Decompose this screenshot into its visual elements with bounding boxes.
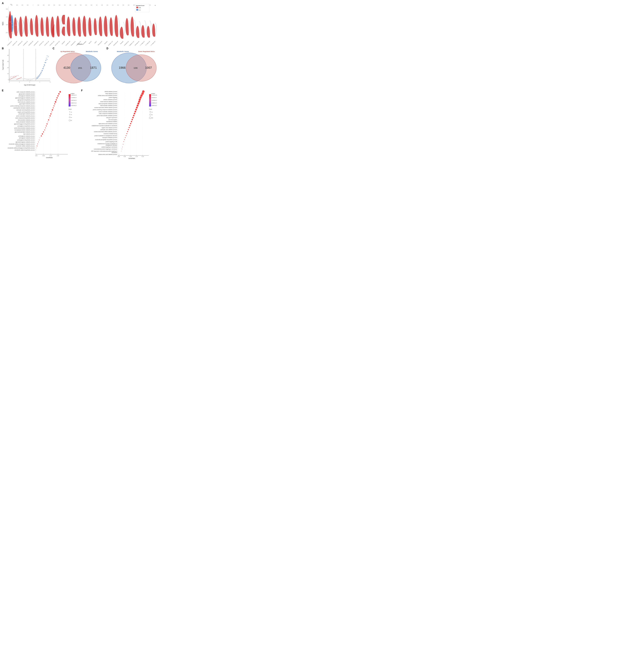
svg-text:Metabolic Genes: Metabolic Genes xyxy=(117,50,129,52)
main-container: A NES celltype 0.4 0.2 0.0 -0.2 xyxy=(0,0,161,163)
panel-c: C Up Regulated DEGs Metabolic Genes 4130… xyxy=(52,47,106,87)
svg-point-383 xyxy=(149,114,151,116)
svg-text:10: 10 xyxy=(7,73,9,74)
svg-text:50: 50 xyxy=(151,112,153,113)
svg-point-367 xyxy=(122,149,122,149)
svg-text:0.08: 0.08 xyxy=(124,156,126,157)
svg-point-168 xyxy=(38,76,39,77)
svg-point-165 xyxy=(46,60,46,60)
svg-text:SRP-dependent cotranslational : SRP-dependent cotranslational protein ta… xyxy=(91,151,117,152)
vp6: **** xyxy=(35,5,40,37)
svg-text:1.824946e-68: 1.824946e-68 xyxy=(151,95,157,95)
svg-point-336 xyxy=(132,117,134,118)
svg-text:2: 2 xyxy=(50,81,50,82)
svg-text:establishment of protein local: establishment of protein localization to xyxy=(98,143,117,145)
svg-text:****: **** xyxy=(117,5,119,6)
svg-point-116 xyxy=(10,79,10,79)
svg-text:Count: Count xyxy=(68,109,71,110)
svg-point-287 xyxy=(69,117,70,118)
svg-point-173 xyxy=(44,65,45,66)
svg-text:0: 0 xyxy=(29,81,30,82)
vp4: **** xyxy=(24,5,29,37)
svg-point-220 xyxy=(57,95,58,96)
svg-text:nonsense-mediated decay: nonsense-mediated decay xyxy=(104,133,117,135)
svg-text:0.10: 0.10 xyxy=(130,156,132,157)
svg-text:0.4: 0.4 xyxy=(6,8,8,10)
svg-point-123 xyxy=(15,77,16,77)
svg-point-224 xyxy=(56,99,57,100)
svg-text:****: **** xyxy=(75,5,76,6)
svg-text:0.08: 0.08 xyxy=(42,155,45,156)
vp20: **** xyxy=(110,5,114,36)
svg-text:4130: 4130 xyxy=(63,66,70,69)
svg-point-175 xyxy=(47,59,47,60)
panel-b-label: B xyxy=(2,47,4,50)
svg-point-240 xyxy=(49,115,50,116)
svg-text:Activated CD4 T cell: Activated CD4 T cell xyxy=(11,41,17,45)
svg-text:nucleoside phosphate biosynthe: nucleoside phosphate biosynthetic proces… xyxy=(95,139,117,140)
svg-point-151 xyxy=(46,58,47,58)
svg-text:-0.2: -0.2 xyxy=(6,32,8,33)
svg-text:glycoprotein biosynthetic proc: glycoprotein biosynthetic process xyxy=(18,99,35,100)
svg-point-316 xyxy=(139,96,142,98)
vp10: **** xyxy=(56,5,61,37)
svg-point-258 xyxy=(42,133,43,135)
svg-text:endoplasmic reticulum: endoplasmic reticulum xyxy=(106,145,117,146)
svg-point-252 xyxy=(45,128,46,128)
svg-point-216 xyxy=(59,91,61,92)
svg-point-242 xyxy=(49,118,50,118)
svg-text:alpha-amino acid metabolic pro: alpha-amino acid metabolic process xyxy=(99,123,117,124)
svg-text:****: **** xyxy=(59,5,60,6)
svg-text:aminoglycan biosynthetic proce: aminoglycan biosynthetic process xyxy=(17,125,35,127)
svg-text:****: **** xyxy=(91,5,93,6)
vp8: **** xyxy=(46,5,50,37)
svg-point-358 xyxy=(124,139,125,140)
svg-text:p.adjust: p.adjust xyxy=(71,93,74,94)
svg-text:translational initiation: translational initiation xyxy=(106,121,117,122)
svg-point-177 xyxy=(38,77,38,78)
svg-text:5.96168e-28: 5.96168e-28 xyxy=(151,97,157,98)
svg-point-226 xyxy=(55,101,56,103)
svg-point-125 xyxy=(16,79,17,79)
svg-text:20: 20 xyxy=(7,67,9,68)
svg-point-182 xyxy=(44,66,45,66)
panel-e-label: E xyxy=(2,89,4,92)
vp16: **** xyxy=(88,5,93,36)
svg-text:****: **** xyxy=(149,5,151,6)
dotplot-f-svg: 0.06 0.08 0.10 0.14 0.16 GeneRatio xyxy=(81,89,160,161)
svg-text:establishment of protein local: establishment of protein localization to… xyxy=(92,125,117,127)
svg-text:-log10 (adj.P.Val): -log10 (adj.P.Val) xyxy=(2,60,4,70)
y-axis-label: NES xyxy=(2,22,4,25)
svg-text:0.0: 0.0 xyxy=(6,24,8,25)
svg-text:Monocyte: Monocyte xyxy=(104,41,108,44)
svg-text:lipid catabolic process: lipid catabolic process xyxy=(23,133,35,135)
svg-point-274 xyxy=(36,150,36,150)
svg-text:Neutrophil: Neutrophil xyxy=(120,41,124,44)
svg-text:100: 100 xyxy=(151,118,153,119)
svg-text:sulfur compound metabolic proc: sulfur compound metabolic process xyxy=(99,113,117,114)
svg-text:Activated CD8 T cell: Activated CD8 T cell xyxy=(16,41,22,45)
svg-point-342 xyxy=(130,123,131,124)
svg-point-133 xyxy=(12,76,12,77)
svg-text:RNA catabolic process: RNA catabolic process xyxy=(106,93,117,94)
svg-point-232 xyxy=(53,108,54,109)
svg-point-181 xyxy=(43,69,43,69)
svg-point-283 xyxy=(69,112,70,112)
svg-point-238 xyxy=(50,113,51,115)
svg-text:Type 1 T helper cell: Type 1 T helper cell xyxy=(139,41,145,45)
svg-text:chondroitin sulfate metabolic : chondroitin sulfate metabolic process xyxy=(16,145,35,147)
panel-f: F 0.06 0.08 0.10 0.14 0.16 xyxy=(81,89,160,161)
svg-point-115 xyxy=(30,80,30,81)
svg-text:organic acid biosynthetic proc: organic acid biosynthetic process xyxy=(18,111,35,113)
svg-text:****: **** xyxy=(101,5,103,6)
svg-text:glycosaminoglycan metabolic pr: glycosaminoglycan metabolic process xyxy=(15,97,35,98)
svg-point-114 xyxy=(27,80,27,80)
svg-text:proteoglycan biosynthetic proc: proteoglycan biosynthetic process xyxy=(17,139,35,141)
panel-d-label: D xyxy=(107,47,108,50)
svg-point-103 xyxy=(32,79,33,79)
svg-text:2.230718e-16: 2.230718e-16 xyxy=(71,100,76,101)
svg-point-385 xyxy=(149,117,151,119)
svg-point-98 xyxy=(29,79,29,80)
svg-text:ns: ns xyxy=(155,5,156,6)
svg-text:viral gene expression: viral gene expression xyxy=(106,117,117,119)
